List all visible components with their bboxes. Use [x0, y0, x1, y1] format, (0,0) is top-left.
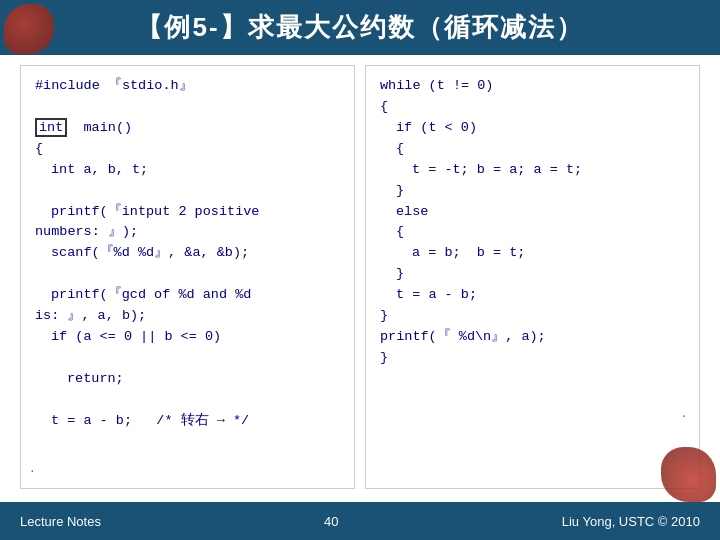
code-line-13: if (a <= 0 || b <= 0)	[35, 327, 340, 348]
code-line-14	[35, 348, 340, 369]
code-line-15: return;	[35, 369, 340, 390]
dot-left: .	[29, 461, 36, 478]
code-line-16	[35, 390, 340, 411]
left-code-panel: #include 『stdio.h』 int main() { int a, b…	[20, 65, 355, 489]
footer-left: Lecture Notes	[20, 514, 101, 529]
rcode-line-10: }	[380, 264, 685, 285]
rcode-line-14: }	[380, 348, 685, 369]
footer-center: 40	[324, 514, 338, 529]
code-line-3: int main()	[35, 118, 340, 139]
dot-right: .	[680, 406, 687, 423]
code-line-1: #include 『stdio.h』	[35, 76, 340, 97]
code-line-9: scanf(『%d %d』, &a, &b);	[35, 243, 340, 264]
code-line-7: printf(『intput 2 positive	[35, 202, 340, 223]
code-line-17: t = a - b; /* 转右 → */	[35, 411, 340, 432]
code-line-11: printf(『gcd of %d and %d	[35, 285, 340, 306]
rcode-line-6: }	[380, 181, 685, 202]
rcode-line-2: {	[380, 97, 685, 118]
int-highlight: int	[35, 118, 67, 137]
rcode-line-5: t = -t; b = a; a = t;	[380, 160, 685, 181]
rcode-line-7: else	[380, 202, 685, 223]
code-line-6	[35, 181, 340, 202]
rcode-line-3: if (t < 0)	[380, 118, 685, 139]
rcode-line-4: {	[380, 139, 685, 160]
rcode-line-13: printf(『 %d\n』, a);	[380, 327, 685, 348]
code-line-5: int a, b, t;	[35, 160, 340, 181]
rcode-line-1: while (t != 0)	[380, 76, 685, 97]
rcode-line-12: }	[380, 306, 685, 327]
deco-animal-bottom-right	[661, 447, 716, 502]
right-code-panel: while (t != 0) { if (t < 0) { t = -t; b …	[365, 65, 700, 489]
content-area: #include 『stdio.h』 int main() { int a, b…	[0, 55, 720, 499]
rcode-line-9: a = b; b = t;	[380, 243, 685, 264]
deco-animal-top-left	[4, 4, 54, 54]
code-line-10	[35, 264, 340, 285]
code-line-8: numbers: 』);	[35, 222, 340, 243]
rcode-line-11: t = a - b;	[380, 285, 685, 306]
code-line-12: is: 』, a, b);	[35, 306, 340, 327]
slide: 【例5-】求最大公约数（循环减法） #include 『stdio.h』 int…	[0, 0, 720, 540]
rcode-line-8: {	[380, 222, 685, 243]
code-line-2	[35, 97, 340, 118]
code-line-4: {	[35, 139, 340, 160]
footer-right: Liu Yong, USTC © 2010	[562, 514, 700, 529]
slide-title: 【例5-】求最大公约数（循环减法）	[0, 0, 720, 55]
footer: Lecture Notes 40 Liu Yong, USTC © 2010	[0, 502, 720, 540]
